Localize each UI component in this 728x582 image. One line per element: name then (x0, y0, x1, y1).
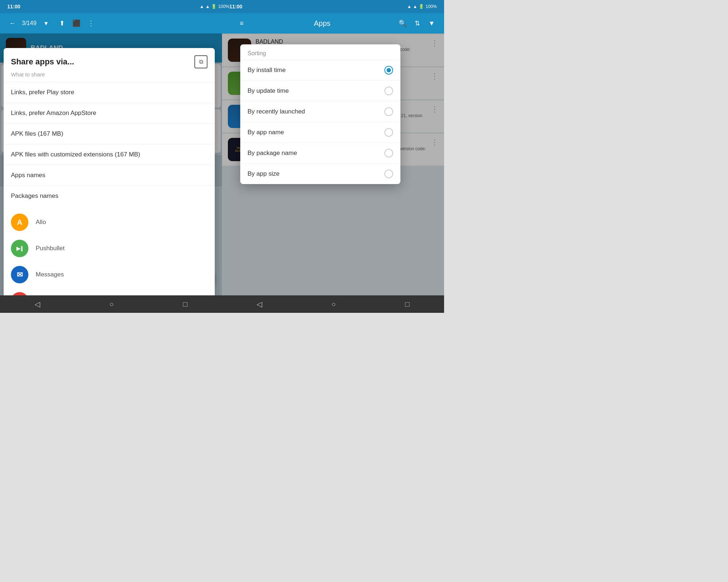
left-nav: ◁ ○ □ (0, 297, 222, 311)
gmail-icon: M (11, 292, 28, 295)
sort-install-time-radio (384, 66, 393, 75)
battery-icon-r: 🔋 (419, 4, 424, 9)
signal-icon: ▲ (205, 4, 210, 9)
page-indicator: 3/149 (22, 20, 36, 27)
sort-update-time-label: By update time (248, 87, 289, 95)
share-option-2[interactable]: APK files (167 MB) (4, 124, 215, 144)
app-title: Apps (314, 19, 331, 28)
copy-icon-button[interactable]: ⧉ (194, 55, 207, 68)
battery-percent: 100% (218, 4, 229, 9)
save-button[interactable]: ⬛ (70, 17, 83, 30)
main-content: BADLAND BADLAND Fruit Ninja 2 Alto's Ody… (0, 33, 444, 295)
share-app-messages[interactable]: ✉ Messages (4, 262, 215, 288)
messages-label: Messages (36, 271, 64, 278)
wifi-icon-r: ▲ (407, 4, 412, 9)
battery-percent-r: 100% (426, 4, 437, 9)
nav-home-left[interactable]: ○ (106, 297, 116, 311)
sort-package-name-label: By package name (248, 150, 297, 157)
share-dialog-header: Share apps via... ⧉ (4, 48, 215, 71)
share-app-allo[interactable]: A Allo (4, 209, 215, 235)
back-button[interactable]: ← (6, 17, 19, 30)
share-dialog-title: Share apps via... (11, 57, 74, 67)
status-bar: 11:00 ▲ ▲ 🔋 100% 11:00 ▲ ▲ 🔋 100% (0, 0, 444, 13)
nav-back-right[interactable]: ◁ (254, 297, 265, 311)
wifi-icon: ▲ (200, 4, 204, 9)
left-status-icons: ▲ ▲ 🔋 100% (200, 4, 229, 9)
share-option-4[interactable]: Apps names (4, 165, 215, 186)
app-bar-right: ≡ Apps 🔍 ⇅ ▼ (228, 17, 438, 30)
allo-label: Allo (36, 219, 46, 226)
sort-recently-launched-radio (384, 107, 393, 116)
nav-bar: ◁ ○ □ ◁ ○ □ (0, 295, 444, 313)
sort-recently-launched-label: By recently launched (248, 108, 305, 115)
sorting-dialog-header: Sorting (240, 44, 400, 60)
messages-icon: ✉ (11, 266, 28, 283)
sort-app-size-label: By app size (248, 170, 280, 178)
right-status-icons: ▲ ▲ 🔋 100% (407, 4, 437, 9)
dropdown-button[interactable]: ▾ (39, 17, 52, 30)
app-bar-actions: ⬆ ⬛ ⋮ (55, 17, 98, 30)
pushbullet-label: Pushbullet (36, 245, 64, 252)
sort-app-name-radio (384, 128, 393, 137)
sort-app-size-radio (384, 170, 393, 178)
nav-recent-left[interactable]: □ (180, 297, 190, 311)
share-option-3[interactable]: APK files with customized extensions (16… (4, 144, 215, 165)
left-panel: BADLAND BADLAND Fruit Ninja 2 Alto's Ody… (0, 33, 222, 295)
nav-home-right[interactable]: ○ (328, 297, 339, 311)
filter-button[interactable]: ▼ (425, 17, 438, 30)
hamburger-button[interactable]: ≡ (235, 17, 248, 30)
sort-option-recently-launched[interactable]: By recently launched (240, 101, 400, 122)
status-bar-left: 11:00 ▲ ▲ 🔋 100% (7, 4, 229, 9)
right-app-bar-actions: 🔍 ⇅ ▼ (396, 17, 438, 30)
sort-update-time-radio (384, 87, 393, 95)
share-option-0[interactable]: Links, prefer Play store (4, 82, 215, 103)
share-apps-section: A Allo ▶‖ Pushbullet ✉ Messages M Gmail (4, 206, 215, 295)
sort-option-app-name[interactable]: By app name (240, 122, 400, 143)
sort-install-time-radio-inner (387, 68, 391, 72)
right-nav: ◁ ○ □ (222, 297, 444, 311)
signal-icon-r: ▲ (413, 4, 417, 9)
sort-option-update-time[interactable]: By update time (240, 81, 400, 101)
share-option-1[interactable]: Links, prefer Amazon AppStore (4, 103, 215, 124)
pushbullet-icon: ▶‖ (11, 240, 28, 257)
nav-back-left[interactable]: ◁ (32, 297, 43, 311)
app-bar: ← 3/149 ▾ ⬆ ⬛ ⋮ ≡ Apps 🔍 ⇅ ▼ (0, 13, 444, 33)
sort-install-time-label: By install time (248, 67, 286, 74)
right-time: 11:00 (229, 4, 242, 9)
sort-button[interactable]: ⇅ (411, 17, 424, 30)
sort-package-name-radio (384, 149, 393, 158)
share-dialog-subtitle: What to share (4, 71, 215, 82)
allo-icon: A (11, 214, 28, 231)
right-panel: BADLAND package name: com.frogmind.badla… (222, 33, 444, 295)
app-bar-left: ← 3/149 ▾ ⬆ ⬛ ⋮ (6, 17, 228, 30)
battery-icon: 🔋 (211, 4, 217, 9)
share-dialog: Share apps via... ⧉ What to share Links,… (4, 48, 215, 295)
left-time: 11:00 (7, 4, 20, 9)
share-app-gmail[interactable]: M Gmail (4, 288, 215, 295)
sort-option-package-name[interactable]: By package name (240, 143, 400, 164)
sort-option-app-size[interactable]: By app size (240, 164, 400, 184)
sorting-dialog: Sorting By install time By update time B… (240, 44, 400, 184)
sort-option-install-time[interactable]: By install time (240, 60, 400, 81)
status-bar-right: 11:00 ▲ ▲ 🔋 100% (229, 4, 437, 9)
share-option-5[interactable]: Packages names (4, 186, 215, 206)
sort-app-name-label: By app name (248, 129, 284, 136)
nav-recent-right[interactable]: □ (402, 297, 412, 311)
share-app-pushbullet[interactable]: ▶‖ Pushbullet (4, 235, 215, 262)
share-button[interactable]: ⬆ (55, 17, 68, 30)
more-menu-button[interactable]: ⋮ (84, 17, 98, 30)
search-button[interactable]: 🔍 (396, 17, 409, 30)
